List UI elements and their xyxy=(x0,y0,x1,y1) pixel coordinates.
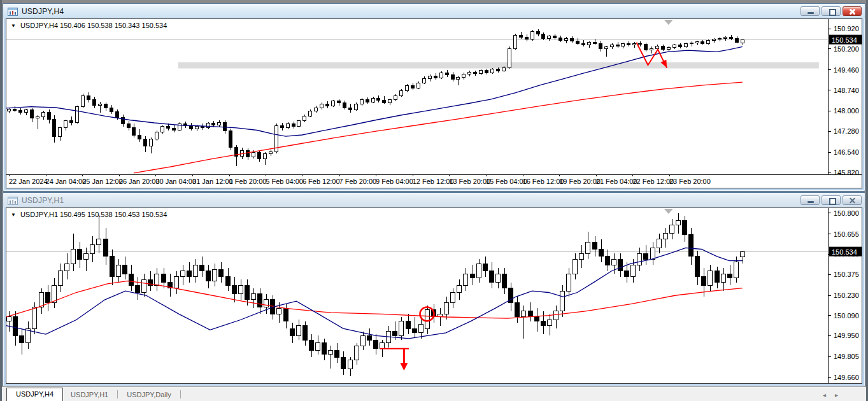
svg-text:26 Jan 20:00: 26 Jan 20:00 xyxy=(119,178,160,185)
svg-text:150.200: 150.200 xyxy=(834,45,859,53)
window-titlebar-h1[interactable]: USDJPY,H1 xyxy=(3,193,865,208)
restore-icon xyxy=(829,198,836,205)
tab-usdjpy-h4[interactable]: USDJPY,H4 xyxy=(6,388,63,401)
svg-text:150.655: 150.655 xyxy=(834,230,859,238)
svg-text:9 Feb 04:00: 9 Feb 04:00 xyxy=(376,178,413,185)
svg-text:7 Feb 20:00: 7 Feb 20:00 xyxy=(339,178,377,185)
svg-text:25 Jan 12:00: 25 Jan 12:00 xyxy=(82,178,123,185)
svg-text:150.090: 150.090 xyxy=(834,312,859,320)
chart-window-usdjpy-h4: USDJPY,H4 150.920150.200149.460148.74014… xyxy=(3,3,865,192)
svg-text:147.280: 147.280 xyxy=(834,127,859,135)
chart-legend-h4: ▼ USDJPY,H4 150.406 150.538 150.343 150.… xyxy=(11,22,167,29)
svg-text:149.660: 149.660 xyxy=(834,374,859,381)
window-title: USDJPY,H4 xyxy=(22,7,64,16)
svg-text:6 Feb 12:00: 6 Feb 12:00 xyxy=(302,178,340,185)
svg-text:149.805: 149.805 xyxy=(834,353,859,360)
minimize-icon xyxy=(808,12,814,14)
caret-down-icon: ▼ xyxy=(11,212,16,218)
svg-text:23 Feb 20:00: 23 Feb 20:00 xyxy=(669,178,711,185)
svg-text:22 Feb 12:00: 22 Feb 12:00 xyxy=(632,178,674,185)
svg-text:149.950: 149.950 xyxy=(834,332,859,339)
close-button[interactable] xyxy=(843,195,862,205)
chart-canvas-h1[interactable]: 150.800150.655150.515150.375150.230150.0… xyxy=(6,208,862,384)
mt4-workspace: USDJPY,H4 150.920150.200149.460148.74014… xyxy=(0,0,868,401)
tab-usdjpy-daily[interactable]: USDJPY,Daily xyxy=(119,389,179,401)
svg-text:31 Jan 12:00: 31 Jan 12:00 xyxy=(192,178,233,185)
scroll-left-icon[interactable]: ◂ xyxy=(823,391,826,398)
svg-text:150.230: 150.230 xyxy=(834,292,859,299)
window-title: USDJPY,H1 xyxy=(22,196,64,205)
svg-text:13 Feb 20:00: 13 Feb 20:00 xyxy=(449,178,490,185)
chart-window-icon xyxy=(8,7,18,15)
svg-text:21 Feb 04:00: 21 Feb 04:00 xyxy=(596,178,637,185)
chart-window-usdjpy-h1: USDJPY,H1 150.800150.655150.515150.37515… xyxy=(3,192,865,387)
chart-window-icon xyxy=(8,196,18,204)
chart-legend-h1: ▼ USDJPY,H1 150.495 150.538 150.453 150.… xyxy=(11,211,167,218)
restore-button[interactable] xyxy=(822,6,841,16)
scroll-right-icon[interactable]: ▸ xyxy=(835,391,838,398)
chart-tabbar: USDJPY,H4 USDJPY,H1 USDJPY,Daily ◂ ▸ xyxy=(2,386,866,401)
tab-separator xyxy=(180,390,181,398)
restore-button[interactable] xyxy=(822,195,841,205)
tab-separator xyxy=(117,390,118,398)
chart-legend-text: USDJPY,H4 150.406 150.538 150.343 150.53… xyxy=(20,22,167,29)
svg-text:12 Feb 12:00: 12 Feb 12:00 xyxy=(413,178,454,185)
svg-text:150.534: 150.534 xyxy=(832,248,857,256)
tab-usdjpy-h1[interactable]: USDJPY,H1 xyxy=(63,389,116,401)
minimize-button[interactable] xyxy=(800,6,820,16)
svg-text:19 Feb 20:00: 19 Feb 20:00 xyxy=(559,178,601,185)
chart-canvas-h4[interactable]: 150.920150.200149.460148.740148.000147.2… xyxy=(6,18,862,188)
restore-icon xyxy=(829,9,836,16)
svg-text:148.000: 148.000 xyxy=(834,107,859,115)
svg-text:150.920: 150.920 xyxy=(834,25,859,32)
close-button[interactable] xyxy=(843,6,862,16)
svg-text:150.375: 150.375 xyxy=(834,271,859,278)
svg-text:24 Jan 04:00: 24 Jan 04:00 xyxy=(46,178,87,185)
svg-text:22 Jan 2024: 22 Jan 2024 xyxy=(9,178,48,185)
caret-down-icon: ▼ xyxy=(11,23,16,29)
minimize-icon xyxy=(808,201,814,203)
svg-text:5 Feb 04:00: 5 Feb 04:00 xyxy=(266,178,303,185)
svg-text:149.460: 149.460 xyxy=(834,66,859,74)
svg-text:30 Jan 04:00: 30 Jan 04:00 xyxy=(155,178,196,185)
svg-text:150.800: 150.800 xyxy=(834,209,859,217)
svg-text:145.820: 145.820 xyxy=(834,169,859,176)
svg-text:16 Feb 12:00: 16 Feb 12:00 xyxy=(523,178,564,185)
svg-text:148.740: 148.740 xyxy=(834,87,859,94)
window-titlebar-h4[interactable]: USDJPY,H4 xyxy=(3,4,865,18)
svg-text:146.540: 146.540 xyxy=(834,148,859,156)
svg-text:1 Feb 20:00: 1 Feb 20:00 xyxy=(229,178,267,185)
minimize-button[interactable] xyxy=(800,195,820,205)
chart-legend-text: USDJPY,H1 150.495 150.538 150.453 150.53… xyxy=(20,211,167,218)
svg-text:15 Feb 04:00: 15 Feb 04:00 xyxy=(486,178,527,185)
svg-text:150.534: 150.534 xyxy=(832,36,857,44)
